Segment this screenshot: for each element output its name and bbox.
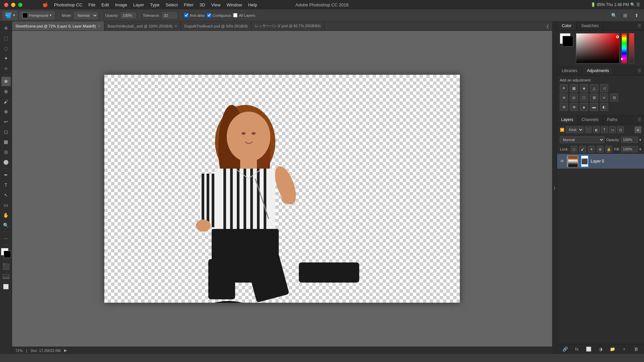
- threshold-icon[interactable]: ▲: [580, 103, 588, 111]
- all-layers-checkbox[interactable]: [233, 13, 237, 17]
- layer-item-0[interactable]: 👁 ⬛ Layer 0: [557, 154, 644, 169]
- lock-image-btn[interactable]: 🖌: [579, 146, 586, 153]
- blur-tool[interactable]: ◎: [1, 147, 11, 157]
- alpha-slider[interactable]: [629, 33, 634, 63]
- clone-stamp-tool[interactable]: ⊕: [1, 107, 11, 116]
- tab-layers[interactable]: Layers: [557, 115, 578, 124]
- menu-apple[interactable]: 🍎: [43, 2, 48, 7]
- opacity-dropdown[interactable]: ▾: [639, 138, 641, 142]
- mac-menu[interactable]: 🍎 Photoshop CC File Edit Image Layer Typ…: [43, 2, 257, 7]
- color-balance-icon[interactable]: ◎: [570, 94, 578, 102]
- curves-icon[interactable]: ◈: [580, 84, 588, 92]
- share-btn[interactable]: ⬆: [632, 11, 641, 20]
- standard-mode-btn[interactable]: ⬛: [1, 262, 11, 271]
- filter-type-btn[interactable]: T: [601, 126, 608, 133]
- color-panel-menu[interactable]: ☰: [635, 21, 644, 30]
- levels-icon[interactable]: ▦: [570, 84, 578, 92]
- lock-all-btn[interactable]: 🔒: [605, 146, 612, 153]
- spot-healing-tool[interactable]: ⊛: [1, 87, 11, 96]
- layer-kind-select[interactable]: Kind: [566, 126, 584, 133]
- eyedropper-tool[interactable]: ✱: [1, 77, 11, 86]
- menu-filter[interactable]: Filter: [184, 2, 194, 7]
- rectangular-marquee-tool[interactable]: ⬚: [1, 34, 11, 43]
- link-layers-btn[interactable]: 🔗: [562, 346, 569, 353]
- filter-toggle-btn[interactable]: ●: [635, 126, 641, 133]
- brightness-contrast-icon[interactable]: ☀: [560, 84, 568, 92]
- adj-panel-menu[interactable]: ☰: [635, 66, 644, 75]
- menu-select[interactable]: Select: [166, 2, 178, 7]
- filter-pixel-btn[interactable]: ⬛: [585, 126, 592, 133]
- move-tool[interactable]: ✛: [1, 23, 11, 33]
- layers-panel-menu[interactable]: ☰: [635, 115, 644, 124]
- menu-type[interactable]: Type: [150, 2, 160, 7]
- anti-alias-wrap[interactable]: Anti-alias: [184, 13, 205, 17]
- filter-adjust-btn[interactable]: ◐: [593, 126, 600, 133]
- menu-file[interactable]: File: [89, 2, 96, 7]
- maximize-button[interactable]: [18, 3, 22, 7]
- add-mask-btn[interactable]: ⬜: [585, 346, 592, 353]
- contiguous-checkbox[interactable]: [207, 13, 211, 17]
- menu-image[interactable]: Image: [115, 2, 127, 7]
- contiguous-wrap[interactable]: Contiguous: [207, 13, 231, 17]
- tolerance-input[interactable]: [162, 12, 177, 18]
- zoom-tool[interactable]: 🔍: [1, 221, 11, 230]
- color-swatch-main[interactable]: [560, 33, 573, 47]
- new-fill-adj-btn[interactable]: ◑: [597, 346, 604, 353]
- hue-slider[interactable]: [622, 33, 627, 63]
- gradient-tool[interactable]: ▦: [1, 137, 11, 146]
- tab-beachvolleyball-close[interactable]: ✕: [174, 24, 177, 28]
- tab-streetscene[interactable]: StreetScene.psd @ 72% (Layer 0, Layer Ma…: [12, 21, 104, 31]
- panel-collapse-btn[interactable]: ❯: [552, 21, 557, 354]
- bw-icon[interactable]: ⬡: [580, 94, 588, 102]
- path-select-tool[interactable]: ↖: [1, 190, 11, 200]
- lock-artboard-btn[interactable]: ⊞: [597, 146, 603, 153]
- hand-tool[interactable]: ✋: [1, 210, 11, 220]
- layer-visibility-eye[interactable]: 👁: [560, 159, 565, 164]
- canvas-scroller[interactable]: [12, 31, 552, 347]
- photo-filter-icon[interactable]: ⊞: [590, 94, 598, 102]
- menu-view[interactable]: View: [211, 2, 220, 7]
- opacity-input[interactable]: [621, 137, 638, 143]
- selective-color-icon[interactable]: ◐: [600, 103, 608, 111]
- foreground-color-swatch-left[interactable]: [4, 251, 11, 258]
- tab-dogsatbeach[interactable]: DogsAtTheBeach.psd @ 50% (RGB/8): [181, 21, 252, 31]
- new-group-btn[interactable]: 📁: [609, 346, 616, 353]
- search-icon-btn[interactable]: 🔍: [609, 11, 619, 20]
- workspace-btn[interactable]: ⊞: [621, 11, 630, 20]
- menu-layer[interactable]: Layer: [133, 2, 144, 7]
- tab-adjustments[interactable]: Adjustments: [582, 66, 614, 75]
- menu-help[interactable]: Help: [248, 2, 257, 7]
- new-layer-btn[interactable]: +: [621, 346, 628, 353]
- color-gradient-picker[interactable]: [576, 33, 620, 63]
- panel-collapse-arrow[interactable]: ❮: [546, 24, 549, 28]
- crop-tool[interactable]: ⊹: [1, 64, 11, 73]
- tab-libraries[interactable]: Libraries: [557, 66, 582, 75]
- tab-color[interactable]: Color: [557, 21, 577, 30]
- frame-mode-btn[interactable]: ⬜: [1, 282, 11, 291]
- exposure-icon[interactable]: △: [590, 84, 598, 92]
- gradient-map-icon[interactable]: ▬: [590, 103, 598, 111]
- dodge-tool[interactable]: ⬤: [1, 157, 11, 167]
- extra-tools-btn[interactable]: ···: [1, 234, 11, 243]
- tab-channels[interactable]: Channels: [578, 115, 603, 124]
- opacity-input[interactable]: [121, 12, 136, 18]
- eraser-tool[interactable]: ◻: [1, 127, 11, 136]
- lock-transparent-btn[interactable]: ⬡: [571, 146, 577, 153]
- lock-position-btn[interactable]: ✛: [588, 146, 595, 153]
- tab-swatches[interactable]: Swatches: [577, 21, 604, 30]
- fill-dropdown[interactable]: ▾: [639, 147, 641, 152]
- brush-tool[interactable]: 🖌: [1, 97, 11, 106]
- foreground-btn[interactable]: Foreground ▾: [19, 11, 55, 19]
- vibrance-icon[interactable]: ◁: [600, 84, 608, 92]
- delete-layer-btn[interactable]: 🗑: [633, 346, 639, 353]
- history-brush-tool[interactable]: ↩: [1, 117, 11, 126]
- channel-mixer-icon[interactable]: ≡: [600, 94, 608, 102]
- all-layers-wrap[interactable]: All Layers: [233, 13, 255, 17]
- anti-alias-checkbox[interactable]: [184, 13, 189, 17]
- color-lookup-icon[interactable]: ⊟: [610, 94, 618, 102]
- color-swatches[interactable]: [1, 248, 11, 258]
- fill-input[interactable]: [621, 146, 638, 152]
- add-style-btn[interactable]: fx: [574, 346, 580, 353]
- filter-shape-btn[interactable]: ▭: [609, 126, 616, 133]
- shape-tool[interactable]: ▭: [1, 200, 11, 210]
